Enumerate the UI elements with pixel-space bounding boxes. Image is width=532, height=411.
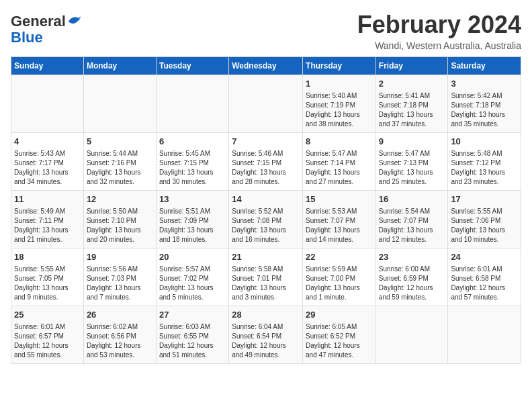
day-number: 13	[159, 193, 226, 205]
logo: General Blue	[11, 13, 82, 46]
calendar-cell: 3Sunrise: 5:42 AM Sunset: 7:18 PM Daylig…	[448, 75, 521, 133]
week-row-3: 11Sunrise: 5:49 AM Sunset: 7:11 PM Dayli…	[11, 191, 521, 248]
day-number: 2	[379, 78, 445, 90]
day-number: 8	[306, 136, 373, 148]
week-row-1: 1Sunrise: 5:40 AM Sunset: 7:19 PM Daylig…	[11, 75, 521, 133]
logo-blue-text: Blue	[11, 29, 43, 46]
day-info: Sunrise: 5:59 AM Sunset: 7:00 PM Dayligh…	[306, 265, 373, 302]
day-info: Sunrise: 5:55 AM Sunset: 7:06 PM Dayligh…	[451, 207, 518, 244]
day-info: Sunrise: 5:50 AM Sunset: 7:10 PM Dayligh…	[87, 207, 153, 244]
col-header-saturday: Saturday	[448, 57, 521, 75]
day-number: 6	[159, 136, 226, 148]
calendar-cell: 27Sunrise: 6:03 AM Sunset: 6:55 PM Dayli…	[156, 306, 228, 364]
logo-icon	[67, 14, 82, 29]
day-number: 29	[306, 309, 373, 321]
day-info: Sunrise: 5:55 AM Sunset: 7:05 PM Dayligh…	[14, 265, 81, 302]
day-info: Sunrise: 5:46 AM Sunset: 7:15 PM Dayligh…	[232, 149, 300, 187]
day-number: 28	[232, 309, 300, 321]
header-row: SundayMondayTuesdayWednesdayThursdayFrid…	[11, 57, 521, 75]
calendar-cell: 24Sunrise: 6:01 AM Sunset: 6:58 PM Dayli…	[448, 248, 521, 306]
calendar-cell: 29Sunrise: 6:05 AM Sunset: 6:52 PM Dayli…	[303, 306, 376, 364]
day-info: Sunrise: 6:03 AM Sunset: 6:55 PM Dayligh…	[159, 322, 226, 360]
calendar-cell: 9Sunrise: 5:47 AM Sunset: 7:13 PM Daylig…	[375, 133, 448, 191]
day-info: Sunrise: 5:43 AM Sunset: 7:17 PM Dayligh…	[14, 149, 81, 187]
day-info: Sunrise: 5:48 AM Sunset: 7:12 PM Dayligh…	[451, 149, 518, 187]
calendar-cell: 15Sunrise: 5:53 AM Sunset: 7:07 PM Dayli…	[303, 191, 376, 248]
calendar-cell: 13Sunrise: 5:51 AM Sunset: 7:09 PM Dayli…	[156, 191, 228, 248]
calendar-cell: 16Sunrise: 5:54 AM Sunset: 7:07 PM Dayli…	[375, 191, 448, 248]
day-number: 7	[232, 136, 300, 148]
calendar-cell: 1Sunrise: 5:40 AM Sunset: 7:19 PM Daylig…	[303, 75, 376, 133]
day-number: 12	[87, 193, 153, 205]
title-block: February 2024 Wandi, Western Australia, …	[357, 11, 521, 51]
day-info: Sunrise: 5:42 AM Sunset: 7:18 PM Dayligh…	[451, 91, 518, 129]
col-header-wednesday: Wednesday	[229, 57, 303, 75]
calendar-cell	[156, 75, 228, 133]
day-info: Sunrise: 5:41 AM Sunset: 7:18 PM Dayligh…	[379, 91, 445, 129]
col-header-monday: Monday	[83, 57, 156, 75]
day-number: 26	[87, 309, 153, 321]
day-number: 5	[87, 136, 153, 148]
calendar-cell: 8Sunrise: 5:47 AM Sunset: 7:14 PM Daylig…	[303, 133, 376, 191]
day-number: 19	[87, 251, 153, 263]
day-info: Sunrise: 5:56 AM Sunset: 7:03 PM Dayligh…	[87, 265, 153, 302]
calendar-cell	[229, 75, 303, 133]
location: Wandi, Western Australia, Australia	[357, 40, 521, 51]
calendar-cell	[11, 75, 84, 133]
day-number: 10	[451, 136, 518, 148]
day-info: Sunrise: 6:05 AM Sunset: 6:52 PM Dayligh…	[306, 322, 373, 360]
page-header: General Blue February 2024 Wandi, Wester…	[11, 11, 521, 51]
day-info: Sunrise: 5:47 AM Sunset: 7:14 PM Dayligh…	[306, 149, 373, 187]
calendar-cell: 4Sunrise: 5:43 AM Sunset: 7:17 PM Daylig…	[11, 133, 84, 191]
day-info: Sunrise: 5:58 AM Sunset: 7:01 PM Dayligh…	[232, 265, 300, 302]
day-number: 16	[379, 193, 445, 205]
day-number: 15	[306, 193, 373, 205]
col-header-sunday: Sunday	[11, 57, 84, 75]
calendar-body: 1Sunrise: 5:40 AM Sunset: 7:19 PM Daylig…	[11, 75, 521, 364]
logo-general-text: General	[11, 13, 66, 30]
day-number: 20	[159, 251, 226, 263]
calendar-cell: 25Sunrise: 6:01 AM Sunset: 6:57 PM Dayli…	[11, 306, 84, 364]
day-info: Sunrise: 5:57 AM Sunset: 7:02 PM Dayligh…	[159, 265, 226, 302]
calendar-table: SundayMondayTuesdayWednesdayThursdayFrid…	[11, 56, 521, 364]
day-number: 24	[451, 251, 518, 263]
calendar-cell: 14Sunrise: 5:52 AM Sunset: 7:08 PM Dayli…	[229, 191, 303, 248]
day-info: Sunrise: 5:49 AM Sunset: 7:11 PM Dayligh…	[14, 207, 81, 244]
day-number: 11	[14, 193, 81, 205]
day-info: Sunrise: 5:53 AM Sunset: 7:07 PM Dayligh…	[306, 207, 373, 244]
day-number: 9	[379, 136, 445, 148]
day-info: Sunrise: 6:01 AM Sunset: 6:58 PM Dayligh…	[451, 265, 518, 302]
calendar-cell: 12Sunrise: 5:50 AM Sunset: 7:10 PM Dayli…	[83, 191, 156, 248]
calendar-cell: 19Sunrise: 5:56 AM Sunset: 7:03 PM Dayli…	[83, 248, 156, 306]
day-number: 4	[14, 136, 81, 148]
day-info: Sunrise: 6:00 AM Sunset: 6:59 PM Dayligh…	[379, 265, 445, 302]
day-number: 1	[306, 78, 373, 90]
calendar-cell	[448, 306, 521, 364]
calendar-cell: 21Sunrise: 5:58 AM Sunset: 7:01 PM Dayli…	[229, 248, 303, 306]
calendar-cell: 10Sunrise: 5:48 AM Sunset: 7:12 PM Dayli…	[448, 133, 521, 191]
calendar-cell: 17Sunrise: 5:55 AM Sunset: 7:06 PM Dayli…	[448, 191, 521, 248]
day-number: 21	[232, 251, 300, 263]
calendar-cell: 20Sunrise: 5:57 AM Sunset: 7:02 PM Dayli…	[156, 248, 228, 306]
week-row-4: 18Sunrise: 5:55 AM Sunset: 7:05 PM Dayli…	[11, 248, 521, 306]
day-number: 18	[14, 251, 81, 263]
month-title: February 2024	[357, 11, 521, 39]
calendar-cell: 7Sunrise: 5:46 AM Sunset: 7:15 PM Daylig…	[229, 133, 303, 191]
day-number: 27	[159, 309, 226, 321]
day-info: Sunrise: 5:54 AM Sunset: 7:07 PM Dayligh…	[379, 207, 445, 244]
calendar-cell: 6Sunrise: 5:45 AM Sunset: 7:15 PM Daylig…	[156, 133, 228, 191]
week-row-5: 25Sunrise: 6:01 AM Sunset: 6:57 PM Dayli…	[11, 306, 521, 364]
calendar-cell: 5Sunrise: 5:44 AM Sunset: 7:16 PM Daylig…	[83, 133, 156, 191]
day-number: 23	[379, 251, 445, 263]
day-info: Sunrise: 5:51 AM Sunset: 7:09 PM Dayligh…	[159, 207, 226, 244]
calendar-cell: 28Sunrise: 6:04 AM Sunset: 6:54 PM Dayli…	[229, 306, 303, 364]
day-number: 14	[232, 193, 300, 205]
calendar-header: SundayMondayTuesdayWednesdayThursdayFrid…	[11, 57, 521, 75]
calendar-cell	[83, 75, 156, 133]
col-header-thursday: Thursday	[303, 57, 376, 75]
week-row-2: 4Sunrise: 5:43 AM Sunset: 7:17 PM Daylig…	[11, 133, 521, 191]
day-info: Sunrise: 5:47 AM Sunset: 7:13 PM Dayligh…	[379, 149, 445, 187]
day-number: 3	[451, 78, 518, 90]
day-info: Sunrise: 6:04 AM Sunset: 6:54 PM Dayligh…	[232, 322, 300, 360]
day-info: Sunrise: 6:01 AM Sunset: 6:57 PM Dayligh…	[14, 322, 81, 360]
